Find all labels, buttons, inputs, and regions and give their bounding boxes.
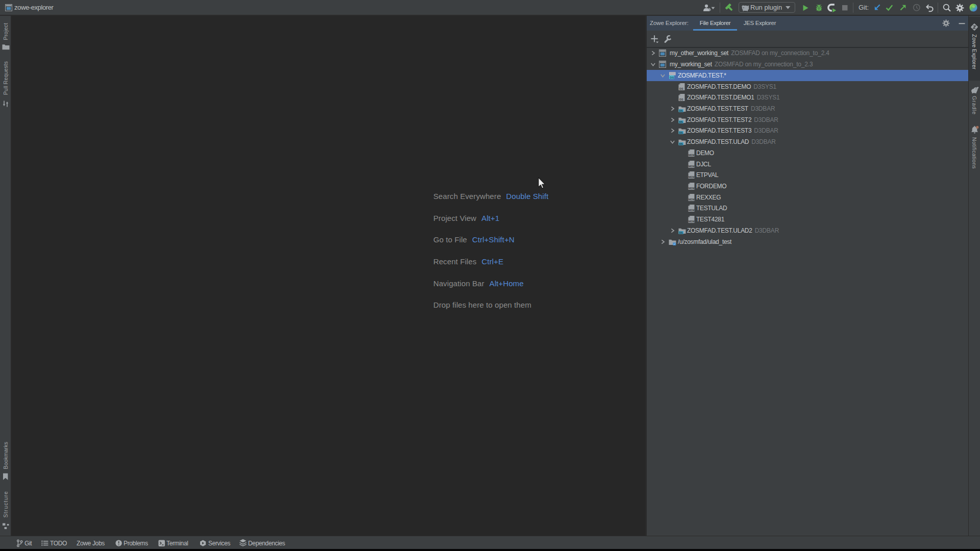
svg-text:MEM: MEM — [689, 164, 695, 167]
svg-text:DS: DS — [670, 76, 674, 79]
svg-text:MEM: MEM — [689, 209, 695, 212]
svg-text:DS: DS — [679, 109, 683, 112]
svg-text:DS: DS — [679, 131, 683, 134]
svg-text:MEM: MEM — [689, 220, 695, 223]
svg-text:MEM: MEM — [689, 197, 695, 201]
svg-text:MEM: MEM — [689, 187, 695, 190]
svg-text:DS: DS — [679, 98, 683, 101]
svg-text:DS: DS — [679, 87, 683, 90]
svg-text:DS: DS — [679, 142, 683, 145]
svg-text:MEM: MEM — [689, 154, 695, 157]
svg-text:DS: DS — [679, 120, 683, 123]
svg-text:DS: DS — [679, 231, 683, 234]
svg-text:MEM: MEM — [689, 176, 695, 179]
